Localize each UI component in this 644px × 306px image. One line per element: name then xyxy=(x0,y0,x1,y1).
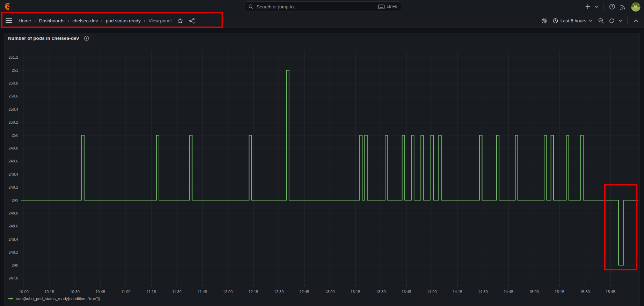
series-color-marker[interactable] xyxy=(8,298,13,299)
panel-title: Number of pods in chelsea-dev xyxy=(8,36,79,41)
time-range-label: Last 6 hours xyxy=(560,18,586,23)
zoom-out-button[interactable] xyxy=(596,15,606,26)
panel-header[interactable]: Number of pods in chelsea-dev xyxy=(8,36,89,41)
search-icon xyxy=(248,4,254,9)
search-shortcut-label: ctrl+k xyxy=(387,4,397,9)
topbar-divider xyxy=(603,3,604,10)
search-shortcut: ctrl+k xyxy=(378,4,397,9)
news-button[interactable] xyxy=(618,1,628,12)
toolbar-divider xyxy=(627,17,628,24)
collapse-toolbar-button[interactable] xyxy=(631,15,641,26)
chevron-down-icon xyxy=(618,19,622,22)
keyboard-icon xyxy=(378,5,385,9)
svg-text:?: ? xyxy=(611,5,613,9)
refresh-button[interactable] xyxy=(607,15,616,26)
zoom-out-icon xyxy=(598,18,604,24)
help-icon: ? xyxy=(609,3,615,10)
annotation-box-dip xyxy=(604,184,637,270)
new-menu-button[interactable] xyxy=(583,1,593,12)
user-avatar[interactable] xyxy=(631,2,641,12)
legend: sum(kube_pod_status_ready{condition="tru… xyxy=(8,297,100,301)
timeseries-panel: Number of pods in chelsea-dev xyxy=(4,33,640,306)
grafana-logo-icon[interactable] xyxy=(4,2,13,12)
refresh-interval-dropdown[interactable] xyxy=(617,15,624,26)
rss-icon xyxy=(620,4,626,10)
info-icon[interactable] xyxy=(84,36,89,41)
panel-settings-button[interactable] xyxy=(540,15,549,26)
gear-icon xyxy=(541,18,547,24)
annotation-box-breadcrumb xyxy=(1,12,223,28)
time-range-picker[interactable]: Last 6 hours xyxy=(550,15,595,26)
clock-icon xyxy=(553,18,558,23)
chevron-down-icon xyxy=(595,5,599,8)
top-navigation-bar: ctrl+k ? xyxy=(0,0,644,13)
search-input[interactable]: ctrl+k xyxy=(245,1,401,12)
plus-icon xyxy=(585,4,591,9)
chevron-up-icon xyxy=(634,19,638,22)
series-legend-label[interactable]: sum(kube_pod_status_ready{condition="tru… xyxy=(16,297,100,301)
chevron-down-icon xyxy=(589,19,593,22)
search-field[interactable] xyxy=(256,4,375,9)
help-button[interactable]: ? xyxy=(607,1,617,12)
refresh-icon xyxy=(609,18,615,24)
new-menu-chevron-button[interactable] xyxy=(593,1,600,12)
